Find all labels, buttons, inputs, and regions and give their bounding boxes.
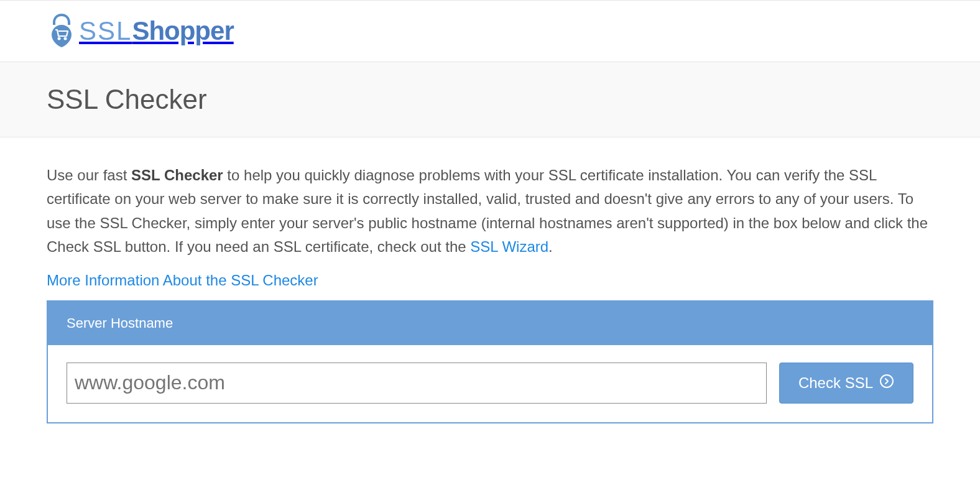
- site-header: SSLShopper: [0, 0, 980, 62]
- form-header: Server Hostname: [48, 302, 932, 345]
- logo-text: SSLShopper: [79, 16, 234, 46]
- arrow-right-circle-icon: [879, 374, 894, 392]
- main-content: Use our fast SSL Checker to help you qui…: [0, 137, 980, 442]
- description-text: Use our fast SSL Checker to help you qui…: [47, 164, 933, 259]
- logo-shopper-text: Shopper: [132, 16, 233, 45]
- lock-cart-icon: [47, 11, 76, 51]
- form-body: Check SSL: [48, 345, 932, 422]
- title-section: SSL Checker: [0, 62, 980, 137]
- check-ssl-button[interactable]: Check SSL: [779, 363, 913, 404]
- ssl-wizard-link[interactable]: SSL Wizard: [470, 238, 548, 255]
- check-ssl-button-label: Check SSL: [798, 374, 873, 392]
- description-bold: SSL Checker: [131, 167, 223, 183]
- logo-link[interactable]: SSLShopper: [47, 11, 234, 51]
- page-title: SSL Checker: [47, 84, 933, 115]
- ssl-check-form: Server Hostname Check SSL: [47, 300, 933, 423]
- svg-point-2: [881, 375, 893, 387]
- svg-point-1: [64, 37, 67, 40]
- logo-ssl-text: SSL: [79, 16, 132, 45]
- more-info-link[interactable]: More Information About the SSL Checker: [47, 272, 318, 289]
- hostname-input[interactable]: [67, 363, 767, 404]
- svg-point-0: [58, 37, 61, 40]
